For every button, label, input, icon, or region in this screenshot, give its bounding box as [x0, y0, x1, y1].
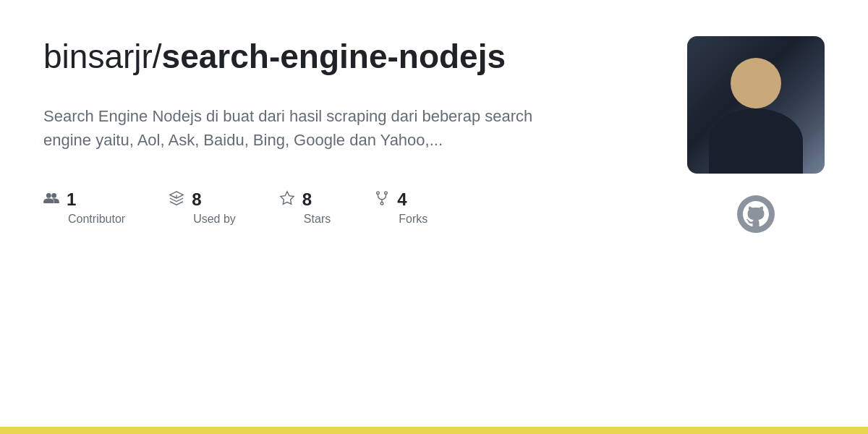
svg-point-3	[380, 202, 383, 205]
main-content: binsarjr/search-engine-nodejs Search Eng…	[0, 0, 868, 427]
stars-count: 8	[302, 190, 312, 210]
left-section: binsarjr/search-engine-nodejs Search Eng…	[43, 36, 637, 398]
right-section	[687, 36, 825, 233]
contributors-label: Contributor	[43, 213, 125, 226]
stat-forks[interactable]: 4 Forks	[374, 190, 427, 226]
stat-stars[interactable]: 8 Stars	[279, 190, 331, 226]
forks-label: Forks	[374, 213, 427, 226]
star-icon	[279, 190, 295, 209]
stat-contributors-top: 1	[43, 190, 76, 210]
repo-title: binsarjr/search-engine-nodejs	[43, 36, 637, 78]
stat-stars-top: 8	[279, 190, 312, 210]
bottom-bar	[0, 427, 868, 434]
stat-contributors[interactable]: 1 Contributor	[43, 190, 125, 226]
svg-point-2	[385, 191, 388, 194]
used-by-count: 8	[192, 190, 201, 210]
stat-used-by-top: 8	[169, 190, 201, 210]
github-icon[interactable]	[737, 195, 775, 233]
repo-description: Search Engine Nodejs di buat dari hasil …	[43, 104, 550, 152]
stars-label: Stars	[279, 213, 331, 226]
package-icon	[169, 190, 184, 209]
fork-icon	[374, 190, 390, 209]
stat-forks-top: 4	[374, 190, 407, 210]
used-by-label: Used by	[169, 213, 236, 226]
svg-marker-0	[281, 191, 294, 203]
contributors-count: 1	[67, 190, 76, 210]
repo-owner: binsarjr/	[43, 38, 162, 75]
avatar-placeholder	[687, 36, 825, 174]
stats-row: 1 Contributor 8	[43, 190, 637, 226]
people-icon	[43, 190, 59, 209]
avatar-face	[731, 58, 781, 109]
avatar	[687, 36, 825, 174]
avatar-body	[709, 109, 803, 174]
forks-count: 4	[397, 190, 407, 210]
stat-used-by[interactable]: 8 Used by	[169, 190, 236, 226]
repo-name: search-engine-nodejs	[162, 38, 506, 75]
svg-point-1	[377, 191, 380, 194]
